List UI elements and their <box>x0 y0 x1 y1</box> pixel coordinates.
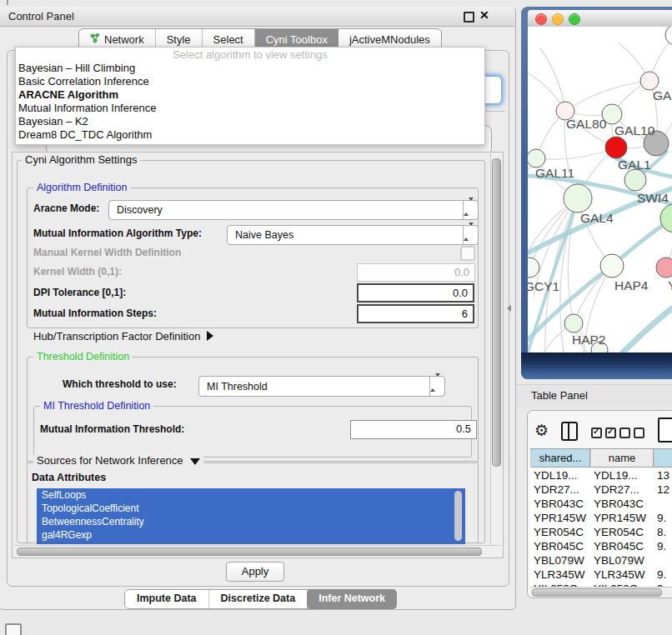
settings-vscrollbar-thumb[interactable] <box>492 158 501 467</box>
network-node-hap2[interactable] <box>564 314 583 332</box>
threshold-definition-title: Threshold Definition <box>33 351 133 362</box>
manual-kernel-width-checkbox[interactable] <box>460 246 475 261</box>
node-label-gal7: GAL7 <box>653 88 672 102</box>
control-panel-titlebar: Control Panel <box>0 7 514 27</box>
kernel-width-field: 0.0 <box>357 263 475 282</box>
network-node-gcy1[interactable] <box>528 258 539 278</box>
table-cell: 9. <box>654 511 672 525</box>
obscured-groupline-fragment <box>482 111 505 112</box>
table-row[interactable]: YBR043CYBR043C <box>530 497 672 511</box>
algorithm-dropdown-list: Select algorithm to view settings Bayesi… <box>15 47 485 145</box>
manual-kernel-width-label: Manual Kernel Width Definition <box>33 247 181 259</box>
network-node-gal11[interactable] <box>528 149 545 168</box>
node-label-gal11: GAL11 <box>535 166 574 180</box>
network-node[interactable] <box>665 27 672 45</box>
checked-box-icon <box>591 428 602 438</box>
table-cell: YPR145W <box>590 511 654 525</box>
aracne-mode-combo[interactable]: Discovery <box>108 200 479 220</box>
attribute-item-topologicalcoefficient[interactable]: TopologicalCoefficient <box>37 502 465 515</box>
minimize-traffic-light-icon[interactable] <box>552 13 564 25</box>
algorithm-option-dream8-dc-tdc-algorithm[interactable]: Dream8 DC_TDC Algorithm <box>16 128 484 142</box>
table-row[interactable]: YBL079WYBL079W <box>530 553 672 568</box>
float-window-icon[interactable] <box>464 12 474 22</box>
tab-impute-data[interactable]: Impute Data <box>125 590 209 608</box>
table-cell: 9. <box>654 539 672 553</box>
which-threshold-combo[interactable]: MI Threshold <box>198 376 445 397</box>
network-icon <box>90 33 100 46</box>
network-node[interactable] <box>660 204 672 232</box>
close-traffic-light-icon[interactable] <box>535 13 547 25</box>
table-cell: YLR345W <box>590 568 654 582</box>
data-attributes-list: SelfLoopsTopologicalCoefficientBetweenne… <box>37 488 465 544</box>
algorithm-option-bayesian-k2[interactable]: Bayesian – K2 <box>16 115 484 128</box>
column-header-a[interactable]: A <box>654 449 672 468</box>
network-node-gal7[interactable] <box>640 72 659 90</box>
table-cell: YBL079W <box>530 553 590 568</box>
table-cell: YBR045C <box>530 539 590 553</box>
aracne-mode-label: Aracne Mode: <box>33 202 99 215</box>
attribute-item-gal4rgexp[interactable]: gal4RGexp <box>37 528 465 542</box>
network-node-y[interactable] <box>656 258 672 278</box>
network-node-gal1[interactable] <box>605 137 627 158</box>
network-node-gal4[interactable] <box>564 184 592 212</box>
network-node-swi4[interactable] <box>624 169 646 191</box>
attribute-item-betweennesscentrality[interactable]: BetweennessCentrality <box>37 515 465 528</box>
mi-steps-field[interactable]: 6 <box>357 304 474 323</box>
table-cell <box>654 553 672 568</box>
stepper-arrows-icon <box>463 201 478 219</box>
close-icon[interactable]: ✕ <box>479 8 489 22</box>
table-cell: YDL19... <box>590 468 654 482</box>
table-hscrollbar-thumb[interactable] <box>532 588 662 597</box>
table-row[interactable]: YDR27...YDR27...12 <box>530 482 672 497</box>
zoom-traffic-light-icon[interactable] <box>569 13 580 25</box>
mi-algorithm-type-combo[interactable]: Naive Bayes <box>227 225 479 245</box>
column-header-name[interactable]: name <box>590 449 654 468</box>
tab-discretize-data[interactable]: Discretize Data <box>209 590 308 608</box>
tab-label: jActiveMNodules <box>349 33 430 46</box>
panel-collapse-arrow-icon[interactable] <box>507 305 511 312</box>
select-all-columns-icon[interactable] <box>591 428 616 438</box>
table-row[interactable]: YPR145WYPR145W9. <box>530 511 672 525</box>
docked-panel-icon[interactable] <box>5 623 22 635</box>
algorithm-option-bayesian-hill-climbing[interactable]: Bayesian – Hill Climbing <box>16 62 484 75</box>
network-canvas[interactable]: GAL7GAL80GAL10GAL1GAL11SWI4GAL4GCY1HAP4Y… <box>528 27 672 352</box>
network-window-bottom-frame <box>521 352 672 379</box>
attribute-list-scrollbar[interactable] <box>454 491 462 541</box>
top-edge-fragment <box>7 0 8 5</box>
tab-infer-network[interactable]: Infer Network <box>307 589 397 609</box>
table-row[interactable]: YLR345WYLR345W9. <box>530 568 672 582</box>
table-panel-titlebar: Table Panel <box>517 384 672 407</box>
column-header-shared[interactable]: shared... <box>530 449 590 468</box>
algorithm-option-basic-correlation-inference[interactable]: Basic Correlation Inference <box>16 75 484 88</box>
network-edge <box>536 148 616 159</box>
table-cell: YBL079W <box>590 553 654 568</box>
algorithm-option-aracne-algorithm[interactable]: ARACNE Algorithm <box>16 88 484 102</box>
table-file-icon[interactable] <box>658 418 672 442</box>
hub-definition-toggle[interactable]: Hub/Transcription Factor Definition <box>33 330 213 342</box>
gear-icon[interactable]: ⚙ <box>534 422 549 438</box>
mi-threshold-label: Mutual Information Threshold: <box>40 423 184 436</box>
mi-threshold-group-title: MI Threshold Definition <box>40 400 153 412</box>
checked-box-icon <box>605 428 616 438</box>
network-window-titlebar[interactable] <box>528 10 672 28</box>
apply-button[interactable]: Apply <box>226 562 284 582</box>
table-row[interactable]: YBR045CYBR045C9. <box>530 539 672 553</box>
table-row[interactable]: YDL19...YDL19...13 <box>530 468 672 482</box>
unchecked-box-icon <box>619 428 630 438</box>
mi-algorithm-type-value: Naive Bayes <box>235 226 293 244</box>
column-layout-icon[interactable] <box>561 422 578 441</box>
dpi-tolerance-field[interactable]: 0.0 <box>357 283 474 302</box>
table-row[interactable]: YER054CYER054C8. <box>530 525 672 539</box>
cyni-settings-group-title: Cyni Algorithm Settings <box>22 154 140 166</box>
algorithm-definition-title: Algorithm Definition <box>33 182 130 193</box>
attribute-item-selfloops[interactable]: SelfLoops <box>37 488 465 502</box>
mi-threshold-field[interactable]: 0.5 <box>350 420 477 439</box>
which-threshold-label: Which threshold to use: <box>63 378 177 391</box>
network-node-hap4[interactable] <box>600 254 624 278</box>
cyni-bottom-tabs: Impute DataDiscretize DataInfer Network <box>124 589 397 609</box>
algorithm-dropdown-items: Bayesian – Hill ClimbingBasic Correlatio… <box>16 62 484 142</box>
sources-toggle[interactable]: Sources for Network Inference <box>33 455 203 467</box>
deselect-all-columns-icon[interactable] <box>619 428 644 438</box>
algorithm-option-mutual-information-inference[interactable]: Mutual Information Inference <box>16 102 484 115</box>
settings-hscrollbar-thumb[interactable] <box>17 548 482 556</box>
